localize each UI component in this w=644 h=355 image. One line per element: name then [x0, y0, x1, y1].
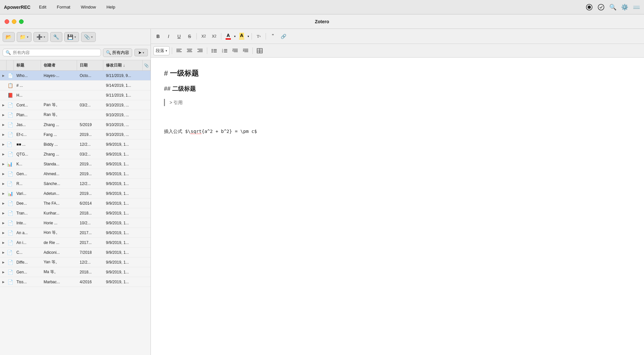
expand-cell[interactable]: ▶ — [0, 251, 7, 254]
menubar: ApowerREC Edit Format Window Help 🔍 ⚙️ ⌨… — [0, 0, 644, 14]
new-item-button[interactable]: 📂 — [3, 32, 15, 42]
expand-cell[interactable]: ▶ — [0, 192, 7, 195]
font-color-button[interactable]: A — [224, 32, 233, 41]
underline-button[interactable]: U — [174, 32, 184, 41]
list-item[interactable]: ▶📄Gen...Ahmed...2019...9/9/2019, 1... — [0, 169, 151, 179]
menu-format[interactable]: Format — [55, 3, 72, 11]
note-icon: 📋 — [8, 83, 13, 88]
col-creator-header[interactable]: 创建者 — [41, 60, 77, 70]
expand-cell[interactable]: ▶ — [0, 261, 7, 264]
italic-button[interactable]: I — [164, 32, 173, 41]
expand-cell[interactable]: ▶ — [0, 162, 7, 166]
list-item[interactable]: ▶📄C...Adiconi...7/20189/9/2019, 1... — [0, 248, 151, 257]
expand-cell[interactable]: ▶ — [0, 113, 7, 117]
list-item[interactable]: ▶📄Inte...Horie ...10/2...9/9/2019, 1... — [0, 218, 151, 228]
align-center-button[interactable] — [185, 47, 194, 55]
clear-format-button[interactable]: Tx — [254, 32, 263, 41]
expand-cell[interactable]: ▶ — [0, 133, 7, 136]
indent-increase-button[interactable] — [241, 47, 250, 55]
badge-icon[interactable] — [597, 4, 605, 11]
list-item[interactable]: ▶📄An a...Hon 等。2017...9/9/2019, 1... — [0, 228, 151, 238]
record-icon[interactable] — [586, 4, 593, 11]
bullet-list-button[interactable] — [210, 47, 219, 55]
expand-cell[interactable]: ▶ — [0, 241, 7, 244]
search-menu-icon[interactable]: 🔍 — [609, 4, 616, 11]
editor-content[interactable]: # 一级标题 ## 二级标题 > 引用 插入公式 $\sqrt{a^2 + b^… — [151, 58, 644, 355]
expand-arrow: ▶ — [2, 153, 5, 156]
list-item[interactable]: ▶📄Tran...Kurihar...2018...9/9/2019, 1... — [0, 208, 151, 218]
expand-cell[interactable]: ▶ — [0, 221, 7, 225]
font-color-chevron[interactable]: ▾ — [234, 35, 236, 38]
add-button[interactable]: ➕ ▾ — [33, 32, 48, 42]
insert-table-button[interactable] — [255, 47, 264, 55]
list-item[interactable]: ▶📄Gen...Ma 等。2018...9/9/2019, 1... — [0, 267, 151, 277]
nav-forward-button[interactable]: ➤ ▾ — [134, 49, 148, 56]
search-filter-button[interactable]: 🔍 所有内容 — [103, 48, 132, 57]
subscript-button[interactable]: X2 — [199, 32, 208, 41]
list-item[interactable]: ▶📄■■ ...Biddy ...12/2...9/9/2019, 1... — [0, 140, 151, 149]
window-title: Zotero — [315, 19, 329, 24]
col-modified-header[interactable]: 修改日期 ↓ — [103, 60, 143, 70]
menu-window[interactable]: Window — [79, 3, 98, 11]
blockquote-button[interactable]: " — [268, 32, 277, 41]
search-wrap[interactable]: 🔍 — [3, 49, 101, 56]
expand-cell[interactable]: ▶ — [0, 271, 7, 274]
list-item[interactable]: ▶📄Jas...Zhang ...5/20199/10/2019, ... — [0, 120, 151, 130]
menu-edit[interactable]: Edit — [37, 3, 48, 11]
num-list-button[interactable]: 1.2.3. — [220, 47, 229, 55]
list-item[interactable]: ▶📄R...Sánche...12/2...9/9/2019, 1... — [0, 179, 151, 189]
expand-cell[interactable]: ▶ — [0, 143, 7, 146]
expand-cell[interactable]: ▶ — [0, 103, 7, 107]
list-item[interactable]: 📕H...9/11/2019, 1... — [0, 90, 151, 100]
expand-cell[interactable]: ▶ — [0, 231, 7, 234]
list-item[interactable]: ▶📄Ef-c...Fang ...2019...9/10/2019, ... — [0, 130, 151, 140]
folder-button[interactable]: 📁 ▾ — [17, 32, 31, 42]
search-input[interactable] — [13, 50, 98, 55]
date-cell: 6/2014 — [77, 201, 103, 206]
minimize-button[interactable] — [12, 19, 16, 24]
expand-arrow: ▶ — [2, 241, 5, 244]
superscript-button[interactable]: X2 — [210, 32, 219, 41]
list-item[interactable]: ▶📄Cont...Pan 等。03/2...9/10/2019, ... — [0, 100, 151, 110]
align-right-button[interactable] — [195, 47, 205, 55]
settings-icon[interactable]: ⚙️ — [621, 4, 628, 11]
expand-cell[interactable]: ▶ — [0, 172, 7, 176]
col-title-header[interactable]: 标题 — [14, 60, 41, 70]
bold-button[interactable]: B — [153, 32, 163, 41]
expand-cell[interactable]: ▶ — [0, 280, 7, 284]
menu-help[interactable]: Help — [105, 3, 117, 11]
list-item[interactable]: ▶📄Tiss...Marbac...4/20169/9/2019, 1... — [0, 277, 151, 287]
expand-cell[interactable]: ▶ — [0, 74, 7, 77]
expand-cell[interactable]: ▶ — [0, 182, 7, 185]
link-button[interactable]: 🔗 — [279, 32, 288, 41]
list-item[interactable]: ▶📄Plan...Ran 等。9/10/2019, ... — [0, 110, 151, 120]
close-button[interactable] — [5, 19, 9, 24]
list-item[interactable]: ▶📄Dee...The FA...6/20149/9/2019, 1... — [0, 198, 151, 208]
list-item[interactable]: ▶📄Diffe...Yan 等。12/2...9/9/2019, 1... — [0, 257, 151, 267]
tools-button[interactable]: 🔧 — [50, 32, 62, 42]
expand-cell[interactable]: ▶ — [0, 153, 7, 156]
list-item[interactable]: 📋# ...9/14/2019, 1... — [0, 81, 151, 90]
chevron-down-icon-2: ▾ — [44, 35, 45, 39]
save-button[interactable]: 💾 ▾ — [64, 32, 79, 42]
title-cell: ■■ ... — [14, 142, 41, 147]
expand-cell[interactable]: ▶ — [0, 212, 7, 215]
list-item[interactable]: ▶📊Vari...Adetun...2019...9/9/2019, 1... — [0, 189, 151, 198]
col-date-header[interactable]: 日期 — [77, 60, 103, 70]
highlight-color-chevron[interactable]: ▾ — [248, 35, 249, 38]
paragraph-select[interactable]: 段落 ▾ — [153, 46, 170, 55]
expand-cell[interactable]: ▶ — [0, 202, 7, 205]
indent-decrease-button[interactable] — [231, 47, 240, 55]
keyboard-icon[interactable]: ⌨️ — [633, 4, 640, 11]
maximize-button[interactable] — [19, 19, 24, 24]
search-bar: 🔍 🔍 所有内容 ➤ ▾ — [0, 45, 151, 60]
strikethrough-button[interactable]: S — [185, 32, 194, 41]
expand-cell[interactable]: ▶ — [0, 123, 7, 126]
list-item[interactable]: ▶📄QTG...Zhang ...03/2...9/9/2019, 1... — [0, 149, 151, 159]
highlight-color-button[interactable]: A — [237, 32, 246, 41]
align-left-button[interactable] — [174, 47, 184, 55]
list-item[interactable]: ▶📄An i...de Rie ...2017...9/9/2019, 1... — [0, 238, 151, 248]
attach-button[interactable]: 📎 ▾ — [81, 32, 96, 42]
list-item[interactable]: ▶📄Who...Hayes-...Octo...9/11/2019, 9... — [0, 71, 151, 81]
list-item[interactable]: ▶📊K...Standa...2019...9/9/2019, 1... — [0, 159, 151, 169]
